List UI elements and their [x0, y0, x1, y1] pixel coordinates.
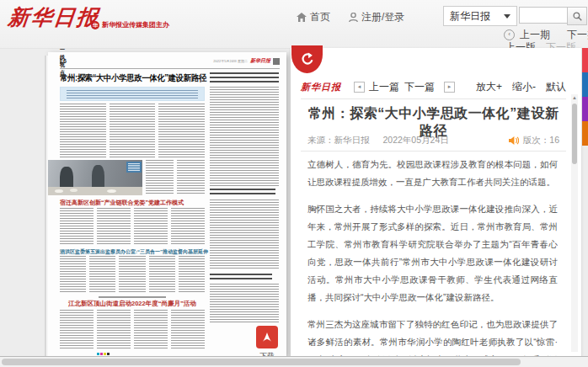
- zoom-default-button[interactable]: 默认: [546, 80, 566, 94]
- prev-issue-icon: ‹: [504, 29, 515, 40]
- paper-headline-jiangbei: 江北新区顶山街道启动2022年度“尚廉月”活动: [68, 300, 196, 308]
- search-input[interactable]: [519, 7, 567, 24]
- article-paragraph: 常州三杰为这座城市留下了独特的红色印记，也为思政课提供了诸多鲜活的素材。常州市华…: [307, 316, 558, 357]
- article-toolbar: 新华日报 ◂ 上一篇 下一篇 ▸ 放大+ 缩小- 默认: [301, 78, 566, 95]
- fake-text-columns: [60, 208, 205, 245]
- next-article-link[interactable]: 下一篇: [404, 80, 435, 94]
- right-col-headline-bars: [210, 274, 272, 280]
- share-toolbar: [582, 48, 588, 146]
- article-panel: 新华日报 ◂ 上一篇 下一篇 ▸ 放大+ 缩小- 默认 常州：探索“大中小学思政…: [291, 48, 581, 357]
- sub-headline-bar: [99, 296, 166, 298]
- site-logo: 新华日报: [7, 3, 100, 31]
- back-arrow-icon: [300, 52, 314, 66]
- divider: [301, 98, 566, 99]
- share-button-red[interactable]: [582, 48, 588, 72]
- group-logo-text: 新华报业传媒集团主办: [102, 20, 169, 29]
- paper-date: 2022年5月24日 星期二: [213, 59, 248, 63]
- site-logo-subtitle: 华 新华报业传媒集团主办: [91, 20, 169, 29]
- cmyk-print-marks: [97, 353, 110, 355]
- paper-masthead: 新华日报: [250, 57, 270, 65]
- paper-select-value: 新华日报: [450, 9, 490, 24]
- page-number-section: 16 一线视点: [60, 58, 61, 64]
- fake-text-columns: [210, 199, 279, 270]
- search-button[interactable]: [567, 7, 587, 25]
- paper-select-dropdown[interactable]: 新华日报: [443, 6, 517, 26]
- fake-text-columns: [60, 310, 205, 350]
- right-col-headline-bars: [210, 72, 279, 82]
- nav-login-link[interactable]: 注册/登录: [349, 10, 404, 24]
- back-to-page-button[interactable]: [291, 45, 323, 73]
- divider: [301, 151, 566, 152]
- zoom-out-button[interactable]: 缩小-: [512, 80, 536, 94]
- article-mini-logo: 新华日报: [301, 81, 341, 93]
- kitchen-photo: [48, 160, 142, 195]
- home-icon: [297, 13, 307, 22]
- search-icon: [573, 12, 582, 21]
- horizontal-scrollbar-thumb[interactable]: [2, 359, 521, 365]
- paper-headline-sihong: 泗洪区监委第五派出监察员办公室:“三员合一”推动监督向基层延伸: [60, 248, 208, 256]
- pdf-icon: [256, 326, 278, 348]
- top-nav: 首页 注册/登录: [297, 10, 404, 24]
- qr-code-icon: [273, 58, 280, 65]
- fake-text-columns: [146, 160, 205, 195]
- horizontal-scrollbar[interactable]: [0, 356, 588, 367]
- article-paragraph: 立德树人，德育为先。校园思政课程涉及教育的根本问题，如何让思政课程提质增效，一直…: [307, 156, 558, 191]
- fake-text-columns: [210, 87, 279, 186]
- abstract-box: [60, 87, 205, 101]
- right-col-headline-bars: [210, 189, 275, 196]
- share-button-purple[interactable]: [582, 97, 588, 121]
- nav-home-label: 首页: [310, 10, 330, 24]
- scrollbar-thumb[interactable]: [572, 104, 577, 164]
- article-body: 立德树人，德育为先。校园思政课程涉及教育的根本问题，如何让思政课程提质增效，一直…: [307, 156, 558, 357]
- masthead-rule: [60, 68, 280, 69]
- paper-headline-suqian: 宿迁高新区创新“产业链联合党委”党建工作模式: [60, 199, 184, 207]
- newspaper-page-image[interactable]: 16 一线视点 2022年5月24日 星期二 新华日报 常州:探索“大中小学思政…: [48, 52, 286, 356]
- search-bar: [519, 7, 587, 25]
- share-button-blue[interactable]: [582, 72, 588, 97]
- speaker-icon[interactable]: [508, 136, 519, 146]
- scroll-up-arrow[interactable]: ▲: [571, 94, 578, 102]
- chevron-down-icon: [504, 14, 510, 19]
- share-button-orange[interactable]: [582, 121, 588, 146]
- fake-text-columns: [210, 284, 279, 322]
- prev-article-link[interactable]: 上一篇: [369, 80, 399, 94]
- fake-text-columns: [60, 256, 205, 293]
- user-icon: [349, 13, 358, 22]
- nav-home-link[interactable]: 首页: [297, 10, 330, 24]
- zoom-in-button[interactable]: 放大+: [476, 80, 502, 94]
- fake-text-columns: [60, 104, 205, 157]
- article-edition: 版次：16: [523, 135, 559, 146]
- article-source: 来源：新华日报: [307, 135, 370, 146]
- article-scrollbar[interactable]: ▲: [571, 94, 578, 352]
- article-meta: 来源：新华日报 2022年05月24日 版次：16: [307, 134, 559, 147]
- epaper-window: 新华日报 华 新华报业传媒集团主办 首页 注册/登录 新华日报: [0, 0, 588, 367]
- article-paragraph: 胸怀国之大者，持续将大中小学思政课一体化建设推向深入，近年来，常州开展了形式多样…: [307, 200, 558, 306]
- top-header: 新华日报 华 新华报业传媒集团主办 首页 注册/登录 新华日报: [0, 0, 588, 49]
- paper-headline-main: 常州:探索“大中小学思政一体化”建设新路径: [60, 72, 200, 84]
- font-size-controls: 放大+ 缩小- 默认: [476, 80, 566, 94]
- nav-login-label: 注册/登录: [361, 10, 404, 24]
- article-date: 2022年05月24日: [383, 135, 449, 146]
- paper-masthead-row: 2022年5月24日 星期二 新华日报: [213, 57, 280, 65]
- prev-article-icon: ◂: [354, 82, 365, 93]
- next-article-icon: ▸: [444, 82, 455, 93]
- photo-caption-box: [126, 162, 142, 173]
- group-logo-icon: 华: [91, 21, 99, 29]
